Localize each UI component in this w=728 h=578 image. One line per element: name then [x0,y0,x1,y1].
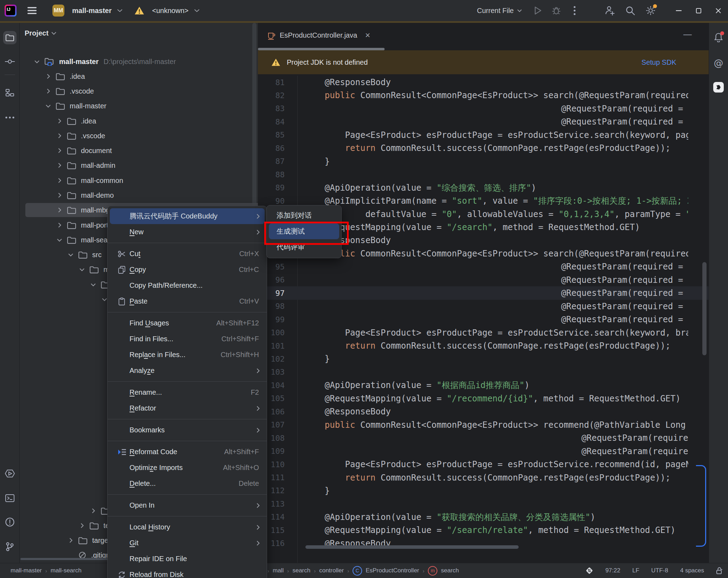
menu-item-copy[interactable]: CopyCtrl+C [110,262,265,278]
chevron-right-icon[interactable] [56,163,63,168]
line-number[interactable]: 89 [258,183,297,192]
codebuddy-plugin-button[interactable] [712,81,725,94]
indent-setting[interactable]: 4 spaces [680,567,704,574]
code-line[interactable]: 105 @RequestMapping(value = "/recommend/… [258,392,709,405]
run-button[interactable] [530,3,546,18]
tree-row[interactable]: .vscode [25,129,105,143]
code-line[interactable]: 107 public CommonResult<CommonPage<EsPro… [258,418,709,432]
main-menu-button[interactable] [24,3,40,18]
menu-item-reload-from-disk[interactable]: Reload from Disk [110,567,265,578]
tree-row[interactable]: .vscode [25,84,94,98]
close-button[interactable] [708,0,728,21]
chevron-down-icon[interactable] [45,104,52,108]
menu-item-optimize-imports[interactable]: Optimize ImportsAlt+Shift+O [110,460,265,476]
breadcrumb[interactable]: ›mall›search›controller›CEsProductContro… [267,563,459,578]
vcs-widget[interactable]: <unknown> [131,3,203,18]
minimize-button[interactable] [669,0,689,21]
menu-item-local-history[interactable]: Local History [110,519,265,535]
breadcrumb-item[interactable]: mall-master [11,567,42,574]
chevron-down-icon[interactable] [33,60,40,63]
breadcrumb-item[interactable]: EsProductController [366,567,419,574]
chevron-right-icon[interactable] [56,119,63,123]
code-line[interactable]: 100 Page<EsProduct> esProductPage = esPr… [258,326,709,339]
code-line[interactable]: 101 return CommonResult.success(CommonPa… [258,339,709,352]
chevron-down-icon[interactable] [56,239,63,242]
tree-row[interactable]: mall-master [25,99,106,113]
chevron-right-icon[interactable] [78,523,86,528]
breadcrumb-item[interactable]: controller [319,567,344,574]
line-number[interactable]: 83 [258,104,297,113]
line-number[interactable]: 85 [258,131,297,139]
editor-hscrollbar[interactable] [305,545,519,549]
menu-item-rename-[interactable]: Rename...F2 [110,385,265,400]
tree-row[interactable]: mall-portal [25,218,114,232]
menu-item-cut[interactable]: CutCtrl+X [110,246,265,262]
chevron-right-icon[interactable] [90,508,97,513]
line-number[interactable]: 82 [258,91,297,100]
breadcrumb-item[interactable]: mall-search [51,567,82,574]
maximize-button[interactable] [689,0,708,21]
line-number[interactable]: 88 [258,170,297,179]
menu-item-repair-ide-on-file[interactable]: Repair IDE on File [110,551,265,567]
notifications-button[interactable] [712,31,725,44]
tree-row[interactable]: src [25,248,102,262]
tree-row[interactable]: mall-search [25,233,117,247]
menu-item-replace-in-files-[interactable]: Replace in Files...Ctrl+Shift+H [110,347,265,363]
line-number[interactable]: 90 [258,197,297,205]
code-line[interactable]: 98@RequestParam(required = [258,300,709,313]
chevron-right-icon[interactable] [56,193,63,198]
code-line[interactable]: 112 } [258,484,709,497]
caret-position[interactable]: 97:22 [605,567,620,574]
code-line[interactable]: 113 [258,497,709,510]
chevron-right-icon[interactable] [67,538,74,543]
code-line[interactable]: 103 [258,366,709,379]
line-ending[interactable]: LF [632,567,639,574]
menu-item-open-in[interactable]: Open In [110,497,265,513]
menu-item-new[interactable]: New [110,224,265,240]
chevron-right-icon[interactable] [56,208,63,212]
code-line[interactable]: 95@RequestParam(required = [258,260,709,273]
tree-row[interactable]: .gitignore [25,548,120,562]
tree-row[interactable]: .idea [25,114,96,128]
debug-button[interactable] [549,3,564,18]
menu-item-find-usages[interactable]: Find UsagesAlt+Shift+F12 [110,315,265,331]
project-widget[interactable]: MM mall-master [49,3,126,18]
file-encoding[interactable]: UTF-8 [651,567,668,574]
menu-item-delete-[interactable]: Delete...Delete [110,476,265,491]
breadcrumb-left[interactable]: mall-master›mall-search [11,563,82,578]
menu-item-git[interactable]: Git [110,535,265,551]
chevron-right-icon[interactable] [56,178,63,183]
menu-item-copy-path-reference-[interactable]: Copy Path/Reference... [110,278,265,293]
git-branch-tool-button[interactable] [3,540,17,553]
tree-row[interactable]: .idea [25,69,85,83]
setup-sdk-link[interactable]: Setup SDK [641,58,676,66]
code-line[interactable]: 84@RequestParam(required = [258,115,709,128]
editor-tab[interactable]: EsProductController.java ✕ [262,26,375,45]
menu-item-paste[interactable]: PasteCtrl+V [110,293,265,309]
tree-row[interactable] [25,278,115,292]
code-line[interactable]: 87 } [258,155,709,168]
line-number[interactable]: 86 [258,144,297,153]
ai-assistant-button[interactable]: @ [712,56,725,69]
structure-tool-button[interactable] [3,86,17,100]
code-line[interactable]: 97@RequestParam(required = [258,286,709,300]
chevron-down-icon[interactable] [90,283,97,286]
project-tool-button[interactable] [3,31,17,44]
project-panel-header[interactable]: Project [25,29,56,37]
readonly-lock-icon[interactable] [716,567,723,574]
tree-row[interactable]: main [25,262,119,277]
menu-item-refactor[interactable]: Refactor [110,400,265,416]
breadcrumb-item[interactable]: mall [273,567,284,574]
problems-tool-button[interactable] [3,515,17,529]
more-actions-button[interactable] [567,3,582,18]
more-tool-windows-button[interactable] [3,111,17,124]
hide-editor-button[interactable]: — [683,29,692,39]
tree-row[interactable]: mall-demo [25,188,114,202]
search-everywhere-button[interactable] [622,3,638,18]
menu-item-analyze[interactable]: Analyze [110,363,265,379]
code-line[interactable]: 110 Page<EsProduct> esProductPage = esPr… [258,458,709,471]
chevron-right-icon[interactable] [56,148,63,153]
chevron-right-icon[interactable] [45,89,52,94]
code-line[interactable]: 82 public CommonResult<CommonPage<EsProd… [258,89,709,102]
code-line[interactable]: 106 @ResponseBody [258,405,709,418]
